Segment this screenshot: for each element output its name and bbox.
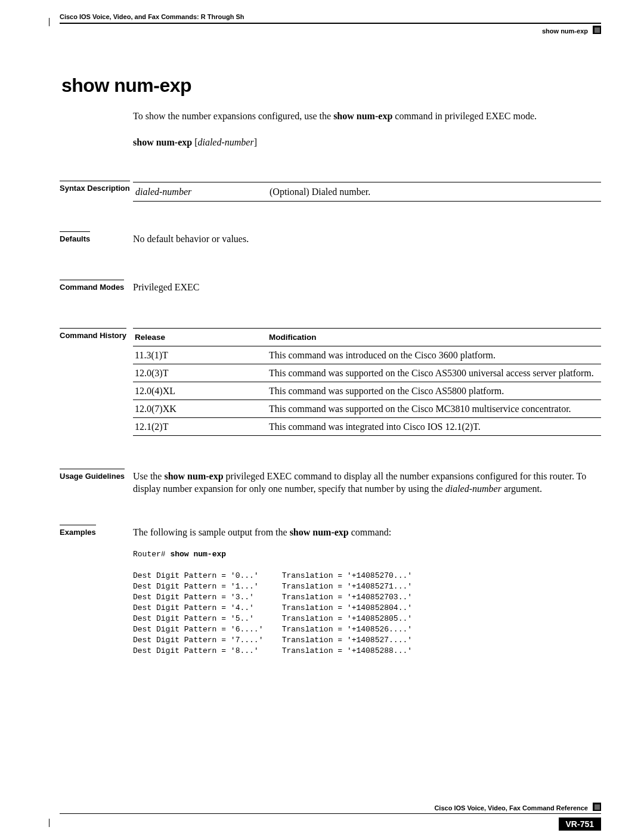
history-release: 11.3(1)T [133, 346, 267, 364]
intro-pre: To show the number expansions configured… [133, 111, 333, 121]
examples-body: The following is sample output from the … [133, 525, 601, 657]
footer: Cisco IOS Voice, Video, Fax Command Refe… [60, 813, 601, 814]
usage-cmd: show num-exp [164, 471, 223, 481]
history-modification: This command was supported on the Cisco … [267, 400, 601, 418]
syntax-cmd: show num-exp [133, 137, 192, 147]
usage-arg: dialed-number [445, 484, 501, 494]
history-release: 12.1(2)T [133, 418, 267, 436]
syntax-line: show num-exp [dialed-number] [133, 137, 601, 148]
header-rule: Cisco IOS Voice, Video, and Fax Commands… [60, 23, 601, 24]
history-release: 12.0(4)XL [133, 382, 267, 400]
header-square-inner-icon [595, 27, 600, 33]
examples-intro-cmd: show num-exp [290, 527, 349, 537]
intro-post: command in privileged EXEC mode. [392, 111, 537, 121]
history-release: 12.0(3)T [133, 364, 267, 382]
history-modification: This command was supported on the Cisco … [267, 364, 601, 382]
usage-text: Use the show num-exp privileged EXEC com… [133, 469, 601, 495]
header-tick-icon [49, 18, 49, 26]
usage-p1c: argument. [501, 484, 542, 494]
table-row: 11.3(1)TThis command was introduced on t… [133, 346, 601, 364]
modes-label: Command Modes [60, 280, 124, 292]
history-label: Command History [60, 328, 126, 340]
modes-text: Privileged EXEC [133, 280, 601, 293]
table-row: 12.0(4)XLThis command was supported on t… [133, 382, 601, 400]
history-release: 12.0(7)XK [133, 400, 267, 418]
examples-intro-b: command: [349, 527, 392, 537]
footer-book: Cisco IOS Voice, Video, Fax Command Refe… [434, 804, 588, 812]
history-col-modification: Modification [267, 329, 601, 346]
usage-label: Usage Guidelines [60, 469, 125, 481]
examples-label: Examples [60, 525, 96, 537]
syntax-desc-label: Syntax Description [60, 181, 130, 193]
table-row: 12.0(3)TThis command was supported on th… [133, 364, 601, 382]
header-chapter: Cisco IOS Voice, Video, and Fax Commands… [60, 13, 244, 20]
history-modification: This command was supported on the Cisco … [267, 382, 601, 400]
usage-p1a: Use the [133, 471, 164, 481]
footer-square-inner-icon [595, 804, 600, 810]
table-row: 12.1(2)TThis command was integrated into… [133, 418, 601, 436]
page-title: show num-exp [61, 75, 601, 97]
history-col-release: Release [133, 329, 267, 346]
intro-cmd: show num-exp [333, 111, 392, 121]
table-row: 12.0(7)XKThis command was supported on t… [133, 400, 601, 418]
history-modification: This command was integrated into Cisco I… [267, 418, 601, 436]
defaults-label: Defaults [60, 231, 90, 243]
header-command: show num-exp [542, 27, 588, 35]
syntax-desc: (Optional) Dialed number. [267, 182, 601, 202]
history-table: Release Modification 11.3(1)TThis comman… [133, 328, 601, 436]
footer-tick-icon [49, 819, 49, 827]
table-row: dialed-number (Optional) Dialed number. [133, 182, 601, 202]
syntax-desc-table: dialed-number (Optional) Dialed number. [133, 182, 601, 202]
examples-intro-a: The following is sample output from the [133, 527, 290, 537]
syntax-param: dialed-number [133, 182, 267, 202]
intro-text: To show the number expansions configured… [133, 110, 601, 122]
code-output: Router# show num-exp Dest Digit Pattern … [133, 549, 601, 657]
page-number: VR-751 [559, 817, 601, 831]
defaults-text: No default behavior or values. [133, 231, 601, 245]
syntax-arg: dialed-number [197, 137, 253, 147]
history-modification: This command was introduced on the Cisco… [267, 346, 601, 364]
